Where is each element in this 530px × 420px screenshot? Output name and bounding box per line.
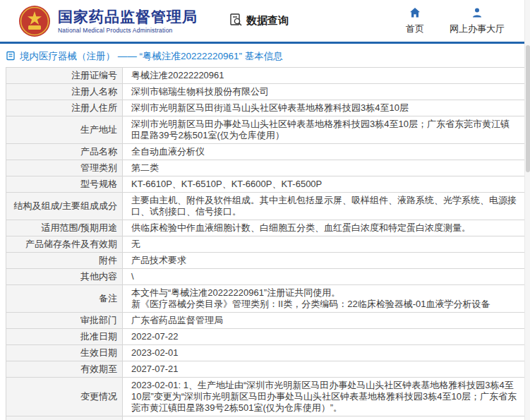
row-value: 2022-07-22: [123, 329, 525, 345]
row-value: 第二类: [123, 160, 525, 176]
row-label: 注册人名称: [6, 84, 123, 100]
row-value: 供临床检验中作血液细胞计数、白细胞五分类、血红蛋白浓度和特定蛋白浓度测量。: [123, 220, 525, 236]
row-label: 变更情况: [6, 378, 123, 416]
row-value: 全自动血液分析仪: [123, 144, 525, 160]
row-value: 主要由主机、附件及软件组成。其中主机包括显示屏、吸样组件、液路系统、光学系统、电…: [123, 193, 525, 220]
header-right-nav: 首页 网上办事大厅: [406, 7, 520, 35]
national-emblem-icon: [18, 5, 51, 37]
person-icon: [471, 7, 483, 20]
table-row: 型号规格 KT-6610P、KT-6510P、KT-6600P、KT-6500P: [6, 176, 525, 193]
row-label: 注册证编号: [6, 68, 123, 84]
table-row: 附件 产品技术要求: [6, 253, 525, 269]
data-query-tab[interactable]: 数据查询: [229, 13, 289, 29]
row-label: 批准日期: [6, 329, 123, 345]
row-label: 适用范围/预期用途: [6, 220, 123, 236]
scrollbar[interactable]: [524, 0, 530, 420]
table-row: 管理类别 第二类: [6, 160, 525, 176]
table-row: 生产地址 深圳市光明新区马田办事处马山头社区钟表基地格雅科技园3栋4至10层；广…: [6, 116, 525, 144]
table-row: 审批部门 广东省药品监督管理局: [6, 313, 525, 329]
nav-home[interactable]: 首页: [406, 7, 424, 35]
row-value: 广东省药品监督管理局: [123, 313, 525, 329]
national-emblem-logo: [18, 5, 51, 37]
row-value: \: [123, 269, 525, 285]
row-value: 深圳市光明新区马田办事处马山头社区钟表基地格雅科技园3栋4至10层；广东省东莞市…: [123, 116, 525, 144]
row-label: 备注: [6, 285, 123, 313]
row-value: 本文件与“粤械注准20222220961”注册证共同使用。 新《医疗器械分类目录…: [123, 285, 525, 313]
table-row: 有效期至 2027-07-21: [6, 361, 525, 378]
row-label: 有效期至: [6, 361, 123, 378]
table-row-note: ◉注 详情: [6, 416, 525, 420]
org-name-en: National Medical Products Administration: [58, 27, 198, 34]
row-label: 产品名称: [6, 144, 123, 160]
row-label: 注册人住所: [6, 100, 123, 116]
row-value: KT-6610P、KT-6510P、KT-6600P、KT-6500P: [123, 176, 525, 193]
row-label: 管理类别: [6, 160, 123, 176]
table-row: 其他内容 \: [6, 269, 525, 285]
table-row: 批准日期 2022-07-22: [6, 329, 525, 345]
nav-online-hall[interactable]: 网上办事大厅: [450, 7, 505, 35]
row-label: 结构及组成/主要组成成分: [6, 193, 123, 220]
row-label: 其他内容: [6, 269, 123, 285]
data-query-label: 数据查询: [246, 14, 289, 28]
table-row: 产品储存条件及有效期 无: [6, 236, 525, 253]
site-header: 国家药品监督管理局 National Medical Products Admi…: [0, 0, 530, 42]
row-label: 型号规格: [6, 176, 123, 193]
row-value: 2023-02-01: [123, 345, 525, 361]
row-label: 生效日期: [6, 345, 123, 361]
row-value: 无: [123, 236, 525, 253]
registration-doc-icon: [6, 51, 16, 63]
table-row: 生效日期 2023-02-01: [6, 345, 525, 361]
row-label: 审批部门: [6, 313, 123, 329]
table-row: 注册人名称 深圳市锦瑞生物科技股份有限公司: [6, 84, 525, 100]
registration-info-table: 注册证编号 粤械注准20222220961 注册人名称 深圳市锦瑞生物科技股份有…: [6, 67, 525, 420]
org-name-block: 国家药品监督管理局 National Medical Products Admi…: [58, 8, 198, 34]
nav-online-hall-label: 网上办事大厅: [450, 23, 505, 35]
table-row: 适用范围/预期用途 供临床检验中作血液细胞计数、白细胞五分类、血红蛋白浓度和特定…: [6, 220, 525, 236]
table-row: 注册证编号 粤械注准20222220961: [6, 68, 525, 84]
page-title-bar: 境内医疗器械（注册） —— “粤械注准20222220961” 基本信息: [0, 44, 530, 67]
row-value: 粤械注准20222220961: [123, 68, 525, 84]
row-value: 深圳市光明新区马田街道马山头社区钟表基地格雅科技园3栋4至10层: [123, 100, 525, 116]
nav-home-label: 首页: [406, 23, 424, 35]
row-value: 产品技术要求: [123, 253, 525, 269]
table-row: 变更情况 2023-02-01: 1、生产地址由“深圳市光明新区马田办事处马山头…: [6, 378, 525, 416]
table-row: 结构及组成/主要组成成分 主要由主机、附件及软件组成。其中主机包括显示屏、吸样组…: [6, 193, 525, 220]
table-row: 产品名称 全自动血液分析仪: [6, 144, 525, 160]
row-value: 2027-07-21: [123, 361, 525, 378]
scrollbar-thumb[interactable]: [526, 45, 530, 172]
org-name-cn: 国家药品监督管理局: [58, 8, 198, 25]
row-label: 产品储存条件及有效期: [6, 236, 123, 253]
home-icon: [409, 7, 421, 20]
row-label: 生产地址: [6, 116, 123, 144]
table-row: 注册人住所 深圳市光明新区马田街道马山头社区钟表基地格雅科技园3栋4至10层: [6, 100, 525, 116]
row-value: 深圳市锦瑞生物科技股份有限公司: [123, 84, 525, 100]
data-query-icon: [229, 13, 243, 29]
row-value: 2023-02-01: 1、生产地址由“深圳市光明新区马田办事处马山头社区钟表基…: [123, 378, 525, 416]
row-label: 附件: [6, 253, 123, 269]
table-row: 备注 本文件与“粤械注准20222220961”注册证共同使用。 新《医疗器械分…: [6, 285, 525, 313]
page-title: 境内医疗器械（注册） —— “粤械注准20222220961” 基本信息: [20, 50, 283, 63]
